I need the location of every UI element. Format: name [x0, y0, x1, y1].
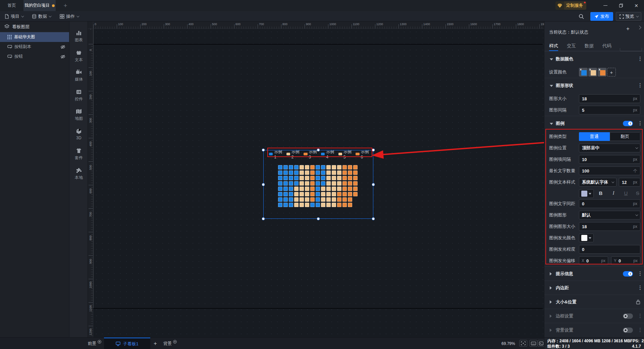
select-field[interactable]: 默认	[579, 211, 640, 219]
data-color-swatch-0[interactable]: x	[579, 68, 588, 77]
component-category-5[interactable]: 3D	[69, 128, 88, 145]
expand-icon[interactable]	[550, 286, 552, 290]
shortcut-keys-button[interactable]	[529, 340, 537, 347]
format-i-button[interactable]: I	[610, 190, 617, 196]
preview-button[interactable]: 预览	[616, 12, 641, 21]
offset-x-field[interactable]: X0px	[579, 256, 608, 265]
select-field[interactable]: 顶部居中	[579, 144, 640, 152]
layer-item-1[interactable]: 按钮副本	[0, 42, 69, 52]
circle-plus-icon[interactable]	[98, 340, 101, 344]
section-toggle[interactable]	[623, 121, 633, 126]
section-header[interactable]: 内边距	[544, 281, 644, 295]
expand-icon[interactable]	[550, 272, 552, 276]
lock-icon[interactable]	[636, 299, 640, 304]
format-u-button[interactable]: U	[623, 190, 629, 196]
search-button[interactable]	[576, 12, 586, 20]
selection-handle[interactable]	[317, 217, 320, 220]
kebab-menu-icon[interactable]	[636, 120, 642, 127]
menu-operation[interactable]: 操作	[60, 11, 78, 21]
expand-icon[interactable]	[550, 300, 552, 304]
expand-icon[interactable]	[550, 329, 552, 332]
canvas[interactable]: 0100200300400500600700800900100011001200…	[88, 21, 544, 337]
section-toggle[interactable]	[623, 328, 633, 333]
data-color-swatch-1[interactable]: x	[588, 68, 597, 77]
selection-handle[interactable]	[372, 183, 375, 186]
selection-box[interactable]	[263, 150, 373, 219]
component-category-1[interactable]: 文本	[69, 49, 88, 67]
component-category-3[interactable]: 控件	[69, 89, 88, 106]
section-header[interactable]: 图形形状	[544, 78, 644, 93]
offset-y-field[interactable]: Y0px	[611, 256, 640, 265]
custom-service-badge[interactable]: 定制服务	[555, 1, 586, 10]
format-b-button[interactable]: B	[597, 190, 604, 196]
publish-button[interactable]: 发布	[590, 12, 613, 21]
input-field[interactable]: 18px	[579, 94, 640, 103]
add-board-button[interactable]: +	[150, 338, 160, 349]
zoom-level[interactable]: 69.79%	[501, 338, 515, 349]
text-color-picker[interactable]	[579, 189, 594, 198]
kebab-menu-icon[interactable]	[636, 327, 642, 334]
input-field[interactable]: 100个	[579, 166, 640, 175]
segment-option-1[interactable]: 翻页	[610, 132, 641, 141]
component-category-4[interactable]: 地图	[69, 108, 88, 126]
section-header[interactable]: 大小&位置	[544, 295, 644, 309]
font-select[interactable]: 系统默认字体	[579, 178, 616, 187]
section-toggle[interactable]	[623, 313, 633, 319]
font-size-field[interactable]: 12px	[619, 178, 640, 187]
restore-button[interactable]	[613, 0, 629, 11]
input-field[interactable]: 10px	[579, 155, 640, 164]
console-button[interactable]	[538, 340, 544, 347]
glow-color-picker[interactable]	[579, 234, 594, 242]
section-header[interactable]: 数据颜色	[544, 52, 644, 66]
selection-handle[interactable]	[372, 217, 375, 220]
tab-project[interactable]: 我的空白项目	[23, 0, 56, 11]
fit-screen-button[interactable]	[519, 340, 527, 347]
foreground-tab[interactable]: 前景	[85, 338, 104, 349]
collapse-icon[interactable]	[550, 85, 553, 87]
layer-item-0[interactable]: 基础华夫图	[0, 32, 69, 42]
add-color-button[interactable]: +	[607, 68, 616, 77]
collapse-icon[interactable]	[550, 58, 553, 60]
section-toggle[interactable]	[623, 271, 633, 277]
v-ruler-label: 1100	[88, 304, 93, 313]
expand-icon[interactable]	[550, 314, 552, 318]
selection-handle[interactable]	[262, 217, 265, 220]
format-s-button[interactable]: S	[634, 190, 641, 196]
input-field[interactable]: 18px	[579, 222, 640, 231]
input-field[interactable]: 5px	[579, 106, 640, 114]
section-header[interactable]: 边框设置	[544, 309, 644, 323]
section-header[interactable]: 图例	[544, 116, 644, 131]
selection-handle[interactable]	[262, 149, 265, 152]
section-header[interactable]: 提示信息	[544, 267, 644, 281]
close-button[interactable]: ✕	[629, 0, 644, 11]
input-field[interactable]: 0	[579, 245, 640, 254]
background-tab[interactable]: 背景	[160, 338, 179, 349]
kebab-menu-icon[interactable]	[636, 82, 642, 89]
selection-handle[interactable]	[262, 183, 265, 186]
kebab-menu-icon[interactable]	[636, 285, 642, 291]
data-color-swatch-2[interactable]: x	[598, 68, 606, 77]
segment-option-0[interactable]: 普通	[579, 132, 610, 141]
component-category-0[interactable]: 图表	[69, 30, 88, 47]
add-state-button[interactable]: +	[625, 26, 631, 32]
section-title: 提示信息	[556, 271, 573, 277]
eye-off-button[interactable]	[60, 45, 65, 49]
menu-data[interactable]: 数据	[32, 11, 51, 21]
kebab-menu-icon[interactable]	[636, 56, 642, 62]
minimize-button[interactable]	[598, 0, 613, 11]
kebab-menu-icon[interactable]	[636, 313, 642, 319]
section-header[interactable]: 背景设置	[544, 323, 644, 337]
collapse-icon[interactable]	[550, 123, 553, 125]
menu-project[interactable]: 项目	[4, 11, 23, 21]
component-category-7[interactable]: 本地	[69, 167, 88, 185]
tab-home[interactable]: 首页	[0, 0, 23, 11]
kebab-menu-icon[interactable]	[636, 270, 642, 277]
eye-off-button[interactable]	[60, 54, 65, 59]
new-tab-button[interactable]: +	[60, 0, 71, 11]
layer-item-2[interactable]: 按钮	[0, 52, 69, 61]
component-category-6[interactable]: 套件	[69, 147, 88, 165]
input-field[interactable]: 0px	[579, 199, 640, 208]
component-category-2[interactable]: 媒体	[69, 69, 88, 86]
subboard-tab[interactable]: 子看板1	[104, 338, 150, 349]
circle-plus-icon[interactable]	[173, 340, 177, 344]
